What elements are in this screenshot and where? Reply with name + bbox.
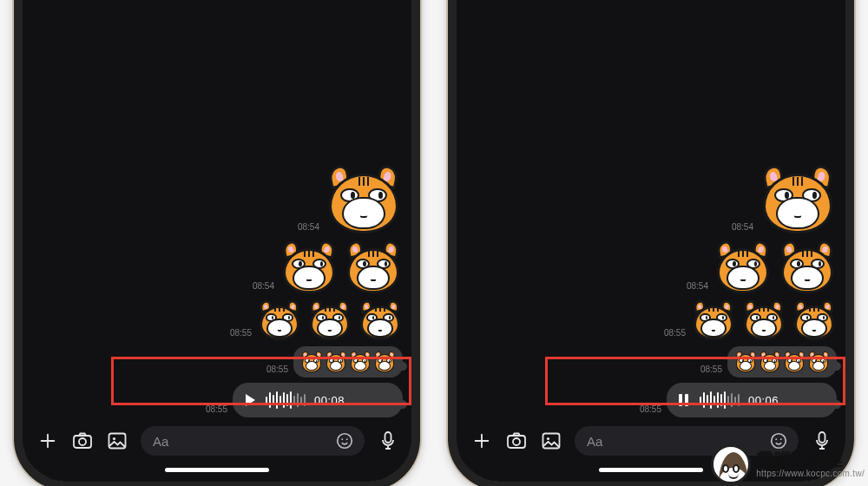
message-row: 08:54 (465, 240, 837, 294)
voice-message[interactable]: 00:08 (233, 383, 403, 417)
cat-sticker[interactable] (741, 299, 786, 341)
cat-sticker (373, 351, 396, 372)
svg-rect-7 (385, 432, 391, 443)
svg-point-3 (113, 437, 115, 440)
cat-sticker[interactable] (279, 240, 339, 294)
sticker-group[interactable] (257, 299, 403, 341)
svg-point-13 (775, 438, 777, 440)
message-row: 08:55 (465, 346, 837, 378)
microphone-icon[interactable] (377, 430, 399, 452)
camera-icon[interactable] (505, 430, 528, 452)
phone-frame: 08:54 08:54 08:55 (14, 0, 420, 486)
cat-sticker[interactable] (759, 164, 837, 235)
timestamp: 08:55 (227, 329, 252, 341)
watermark-title: 電腦王阿達 (756, 450, 865, 468)
timestamp: 08:55 (264, 365, 288, 378)
gallery-icon[interactable] (106, 430, 128, 452)
svg-rect-10 (543, 434, 560, 449)
svg-point-6 (346, 438, 348, 440)
sticker-group[interactable] (691, 299, 837, 341)
sticker-bubble[interactable] (727, 346, 837, 378)
message-input[interactable]: Aa (141, 426, 365, 456)
home-indicator (23, 463, 411, 482)
placeholder: Aa (153, 434, 168, 449)
emoji-icon[interactable] (333, 430, 356, 452)
camera-icon[interactable] (71, 430, 94, 452)
plus-icon[interactable] (36, 430, 59, 452)
cat-sticker[interactable] (792, 299, 837, 341)
chat-area[interactable]: 08:54 08:54 08:55 (457, 0, 845, 419)
cat-sticker (759, 351, 781, 372)
message-row: 08:54 (31, 240, 403, 294)
timestamp: 08:55 (637, 405, 661, 417)
placeholder: Aa (587, 434, 602, 449)
message-row: 08:55 (31, 346, 403, 378)
duration-label: 00:06 (748, 394, 779, 407)
chat-screen: 08:54 08:54 08:55 (23, 0, 411, 482)
svg-point-1 (79, 438, 86, 445)
pause-icon[interactable] (675, 392, 691, 408)
message-row: 08:54 (465, 164, 837, 235)
sticker-group[interactable] (279, 240, 403, 294)
play-icon[interactable] (241, 392, 257, 408)
svg-point-9 (513, 438, 520, 445)
cat-sticker[interactable] (307, 299, 352, 341)
sticker-group[interactable] (713, 240, 837, 294)
cat-sticker[interactable] (358, 299, 403, 341)
voice-message[interactable]: 00:06 (667, 383, 837, 417)
cat-sticker[interactable] (691, 299, 736, 341)
cat-sticker[interactable] (257, 299, 302, 341)
cat-sticker (300, 351, 323, 372)
plus-icon[interactable] (470, 430, 493, 452)
timestamp: 08:55 (203, 405, 227, 417)
voice-message-row: 08:55 00:06 (465, 383, 837, 417)
cat-sticker (325, 351, 347, 372)
cat-sticker (783, 351, 806, 372)
svg-point-11 (547, 437, 549, 440)
timestamp: 08:54 (295, 223, 319, 235)
watermark-avatar (711, 444, 751, 484)
sticker-group[interactable] (325, 164, 403, 235)
phone-frame: 08:54 08:54 08:55 (448, 0, 854, 486)
cat-sticker[interactable] (325, 164, 403, 235)
cat-sticker (734, 351, 757, 372)
duration-label: 00:08 (314, 394, 345, 407)
watermark-url: https://www.kocpc.com.tw/ (756, 470, 865, 478)
svg-rect-2 (109, 434, 126, 449)
timestamp: 08:54 (684, 282, 708, 294)
sticker-bubble[interactable] (293, 346, 403, 378)
svg-point-14 (780, 438, 782, 440)
input-bar: Aa (23, 419, 411, 463)
chat-area[interactable]: 08:54 08:54 08:55 (23, 0, 411, 419)
timestamp: 08:55 (661, 329, 686, 341)
message-row: 08:55 (31, 299, 403, 341)
sticker-group[interactable] (759, 164, 837, 235)
timestamp: 08:54 (250, 282, 274, 294)
cat-sticker (807, 351, 830, 372)
chat-screen: 08:54 08:54 08:55 (457, 0, 845, 482)
svg-point-4 (338, 434, 352, 449)
voice-message-row: 08:55 00:08 (31, 383, 403, 417)
phone-left: 08:54 08:54 08:55 (9, 0, 425, 486)
cat-sticker (349, 351, 372, 372)
message-row: 08:55 (465, 299, 837, 341)
cat-sticker[interactable] (778, 240, 837, 294)
svg-rect-15 (819, 432, 825, 443)
timestamp: 08:54 (729, 223, 753, 235)
cat-sticker[interactable] (713, 240, 773, 294)
cat-sticker[interactable] (344, 240, 403, 294)
gallery-icon[interactable] (540, 430, 562, 452)
phone-right: 08:54 08:54 08:55 (443, 0, 859, 486)
waveform[interactable] (266, 391, 306, 410)
waveform[interactable] (700, 391, 740, 410)
svg-point-5 (341, 438, 343, 440)
message-row: 08:54 (31, 164, 403, 235)
timestamp: 08:55 (698, 365, 722, 378)
site-watermark: 電腦王阿達 https://www.kocpc.com.tw/ (711, 444, 865, 484)
